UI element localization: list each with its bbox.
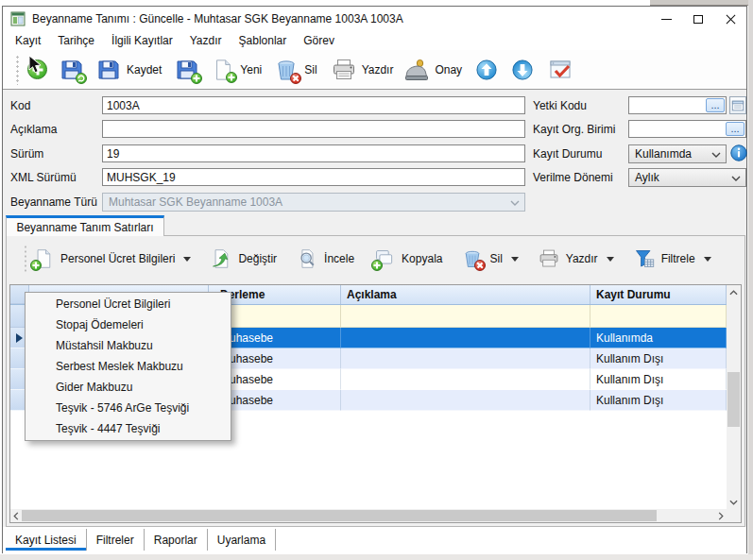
scroll-up-icon[interactable] [727,285,741,299]
cell-kayit-durumu[interactable]: Kullanım Dışı [590,369,727,390]
vertical-scrollbar[interactable] [727,285,741,509]
view-line-button[interactable]: İncele [297,248,354,269]
horizontal-scrollbar[interactable] [10,509,727,522]
info-icon[interactable] [730,144,747,161]
x-badge-icon [290,73,301,84]
aciklama-input[interactable] [102,120,525,138]
menu-item-stopaj-odemeleri[interactable]: Stopaj Ödemeleri [26,314,231,335]
cell-aciklama[interactable] [341,390,590,411]
line-toolbar: Personel Ücret Bilgileri Değiştir İncele [7,236,744,281]
approve-button[interactable]: Onay [404,58,462,82]
cell-aciklama[interactable] [341,369,590,390]
beyanname-turu-label: Beyanname Türü [10,195,97,209]
cell-kayit-durumu[interactable]: Kullanım Dışı [590,348,727,369]
tab-beyanname-tanim-satirlari[interactable]: Beyanname Tanım Satırları [6,215,164,236]
dropdown-arrow-icon[interactable] [183,257,191,262]
cell-aciklama[interactable] [341,328,590,348]
print-button[interactable]: Yazdır [332,58,394,82]
scroll-left-icon[interactable] [10,509,22,522]
maximize-button[interactable] [682,7,714,31]
plus-badge-icon [30,260,42,271]
scroll-down-icon[interactable] [727,495,741,509]
check-window-icon [548,58,573,82]
tab-raporlar[interactable]: Raporlar [145,529,208,551]
horizontal-scroll-thumb[interactable] [22,510,657,521]
insert-line-button[interactable]: Personel Ücret Bilgileri [33,248,191,269]
beyanname-turu-value: Muhtasar SGK Beyanname 1003A [109,195,282,209]
menu-sablonlar[interactable]: Şablonlar [231,32,296,49]
menu-ilgili-kayitlar[interactable]: İlgili Kayıtlar [103,32,181,49]
verilme-donemi-select[interactable]: Aylık [628,168,746,187]
kayit-durumu-label: Kayıt Durumu [533,147,602,161]
confirm-button[interactable] [548,58,573,82]
line-toolbar-gripper[interactable] [24,245,27,273]
menu-tarihce[interactable]: Tarihçe [49,32,103,49]
new-button[interactable]: Yeni [212,59,262,81]
kod-input[interactable] [102,96,525,114]
menu-yazdir[interactable]: Yazdır [181,32,231,49]
menu-item-personel-ucret-bilgileri[interactable]: Personel Ücret Bilgileri [26,294,231,314]
delete-label: Sil [304,63,317,76]
aciklama-label: Açıklama [10,123,57,136]
surum-input[interactable] [102,144,525,162]
menu-item-mustahsil-makbuzu[interactable]: Müstahsil Makbuzu [26,335,231,356]
verilme-donemi-value: Aylık [635,171,659,184]
filter-icon [634,248,655,269]
close-icon [726,14,736,25]
dropdown-arrow-icon[interactable] [704,257,711,262]
grid-header-kayit-durumu[interactable]: Kayıt Durumu [590,285,727,304]
save-new-button[interactable] [175,58,199,82]
toolbar-gripper[interactable] [15,55,20,85]
cell-aciklama[interactable] [341,348,590,369]
tab-uyarlama[interactable]: Uyarlama [208,529,276,551]
save-button[interactable]: Kaydet [96,58,162,82]
filter-button[interactable]: Filtrele [634,248,711,269]
delete-line-button[interactable]: Sil [462,248,518,269]
menu-item-tesvik-4447[interactable]: Teşvik - 4447 Teşviği [26,418,231,439]
yetki-kodu-input[interactable]: ... [628,96,727,114]
kayit-org-birimi-input[interactable]: ... [628,120,746,138]
delete-button[interactable]: Sil [274,58,317,82]
cell-kayit-durumu[interactable]: Kullanımda [590,328,727,348]
menu-item-serbest-meslek-makbuzu[interactable]: Serbest Meslek Makbuzu [26,356,231,377]
dropdown-arrow-icon[interactable] [607,257,614,262]
edit-line-button[interactable]: Değiştir [211,248,277,269]
cell-kayit-durumu[interactable]: Kullanım Dışı [590,390,727,411]
minimize-icon [661,19,672,20]
menu-item-gider-makbuzu[interactable]: Gider Makbuzu [26,377,231,398]
arrow-up-icon [476,59,497,80]
copy-line-button[interactable]: Kopyala [374,248,442,269]
kayit-org-birimi-lookup-button[interactable]: ... [726,122,744,136]
save-new-icon [175,58,199,82]
menu-kayit[interactable]: Kayıt [7,32,49,49]
move-up-button[interactable] [476,59,497,80]
filter-cell[interactable] [341,305,590,328]
dropdown-arrow-icon[interactable] [511,257,519,262]
close-button[interactable] [714,7,746,31]
mouse-cursor [24,54,44,76]
menu-bar: Kayıt Tarihçe İlgili Kayıtlar Yazdır Şab… [3,31,746,50]
kayit-durumu-select[interactable]: Kullanımda [628,144,727,163]
yetki-kodu-editor-button[interactable] [729,96,746,114]
tab-filtreler[interactable]: Filtreler [87,529,145,551]
plus-badge-icon [226,72,237,83]
line-type-context-menu: Personel Ücret Bilgileri Stopaj Ödemeler… [25,292,231,441]
maximize-icon [693,15,703,24]
delete-icon [274,58,299,82]
grid-header-aciklama[interactable]: Açıklama [341,285,590,304]
kayit-durumu-value: Kullanımda [635,147,692,161]
menu-item-tesvik-5746[interactable]: Teşvik - 5746 ArGe Teşviği [26,398,231,418]
chevron-down-icon [510,200,520,206]
vertical-scroll-thumb[interactable] [727,372,740,427]
menu-gorev[interactable]: Görev [295,32,343,49]
scroll-right-icon[interactable] [715,509,727,522]
minimize-button[interactable] [650,7,682,31]
print-line-button[interactable]: Yazdır [539,248,614,269]
tab-kayit-listesi[interactable]: Kayıt Listesi [6,529,87,551]
yetki-kodu-lookup-button[interactable]: ... [706,98,725,112]
save-refresh-button[interactable] [60,58,84,82]
xml-surumu-input[interactable] [102,168,525,186]
x-badge-icon [474,260,486,271]
move-down-button[interactable] [512,59,533,80]
filter-cell[interactable] [590,305,727,328]
